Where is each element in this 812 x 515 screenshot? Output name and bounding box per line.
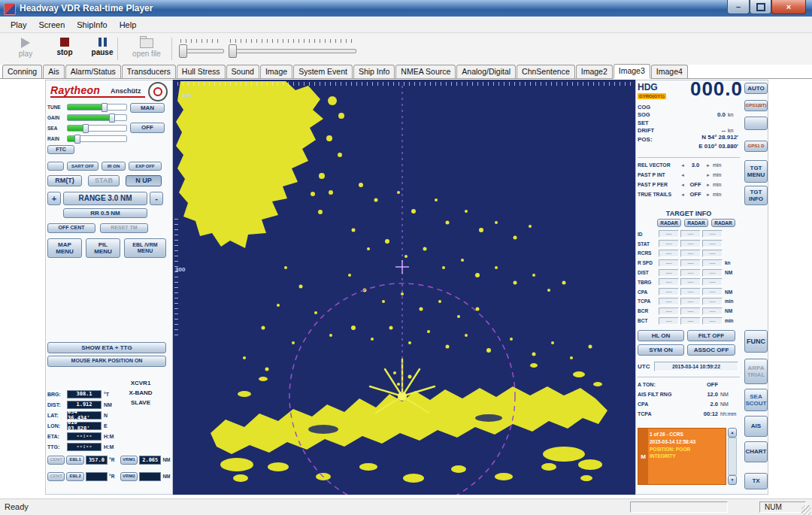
tab-ais[interactable]: Ais (43, 65, 65, 78)
tab-chnsentence[interactable]: ChnSentence (517, 65, 575, 78)
stop-button[interactable]: stop (47, 36, 83, 62)
pil-menu-button[interactable]: PIL MENU (86, 238, 120, 258)
spinner-left-icon[interactable]: ◄ (680, 183, 686, 187)
assoc-off-button[interactable]: ASSOC OFF (687, 344, 735, 356)
ftc-button[interactable]: FTC (47, 145, 74, 154)
func-button[interactable]: FUNC (744, 330, 768, 353)
stab-button[interactable]: STAB (88, 175, 120, 186)
menu-help[interactable]: Help (114, 19, 143, 31)
spinner-left-icon[interactable]: ◄ (680, 173, 686, 177)
cent-button[interactable]: CENT (47, 472, 65, 481)
playback-position-slider[interactable] (229, 39, 356, 60)
gps1-d-button[interactable]: GPS1 D (744, 141, 768, 152)
close-button[interactable]: × (771, 0, 806, 14)
open-file-button[interactable]: open file (126, 36, 167, 62)
chart-button[interactable]: CHART (744, 441, 768, 462)
spinner-right-icon[interactable]: ► (705, 183, 711, 187)
filt-off-button[interactable]: FILT OFF (687, 330, 735, 341)
tab-hull-stress[interactable]: Hull Stress (177, 65, 226, 78)
tx-button[interactable]: TX (744, 473, 768, 489)
range-plus-button[interactable]: + (47, 192, 61, 205)
gain-slider[interactable] (67, 114, 127, 121)
ais-button[interactable]: AIS (744, 416, 768, 437)
tab-nmea-source[interactable]: NMEA Source (395, 65, 456, 78)
range-rings-button[interactable]: RR 0.5 NM (63, 208, 147, 218)
unlabeled-button[interactable] (47, 162, 64, 171)
map-menu-button[interactable]: MAP MENU (47, 238, 82, 258)
unlabeled-source-button[interactable] (744, 117, 768, 130)
alarm-message-item[interactable]: M 1 of 26 - CCRS 2015-03-14 12:58:43 POS… (638, 428, 726, 485)
ir-on-button[interactable]: IR ON (102, 162, 126, 171)
cent-button[interactable]: CENT (47, 456, 65, 465)
ebl2-button[interactable]: EBL2 (66, 472, 83, 481)
reset-tm-button[interactable]: RESET TM (100, 223, 148, 233)
gps1-bt-button[interactable]: GPS1(BT) (744, 100, 768, 111)
mouse-park-button[interactable]: MOUSE PARK POSITION ON (47, 356, 166, 367)
tab-system-event[interactable]: System Event (293, 65, 353, 78)
target-info-unit: min (724, 298, 734, 304)
target-info-cell: ---- (702, 259, 723, 267)
resize-grip-icon[interactable] (801, 505, 811, 515)
sea-slider[interactable] (67, 125, 127, 132)
tab-image2[interactable]: Image2 (576, 65, 613, 78)
tgt-info-button[interactable]: TGT INFO (744, 186, 768, 205)
spinner-right-icon[interactable]: ► (705, 173, 711, 177)
spinner-left-icon[interactable]: ◄ (680, 163, 686, 168)
hl-on-button[interactable]: HL ON (638, 330, 684, 341)
sea-scout-button[interactable]: SEA SCOUT (744, 389, 768, 411)
tab-image4[interactable]: Image4 (651, 65, 688, 78)
vrm1-button[interactable]: VRM1 (120, 456, 138, 465)
ais-setting-row: AIS FILT RNG12.0NM (638, 389, 740, 399)
radar-source-button[interactable]: RADAR (711, 219, 735, 227)
tune-slider[interactable] (67, 104, 127, 111)
slider-thumb[interactable] (179, 44, 187, 58)
vrm2-button[interactable]: VRM2 (120, 472, 138, 481)
radar-source-button[interactable]: RADAR (684, 219, 708, 227)
sart-off-button[interactable]: SART OFF (67, 162, 98, 171)
range-button[interactable]: RANGE 3.0 NM (63, 192, 147, 205)
tab-ship-info[interactable]: Ship Info (353, 65, 395, 78)
minimize-button[interactable]: – (727, 0, 750, 14)
slider-track[interactable] (229, 49, 356, 53)
tab-alarm-status[interactable]: Alarm/Status (65, 65, 121, 78)
tab-image[interactable]: Image (260, 65, 292, 78)
menu-screen[interactable]: Screen (32, 19, 71, 31)
rain-slider[interactable] (67, 135, 127, 142)
play-button[interactable]: play (8, 36, 44, 62)
tab-conning[interactable]: Conning (2, 65, 42, 78)
exp-off-button[interactable]: EXP OFF (129, 162, 162, 171)
off-cent-button[interactable]: OFF CENT (47, 223, 95, 233)
tab-image3[interactable]: Image3 (614, 64, 650, 78)
maximize-button[interactable] (750, 0, 771, 14)
app-icon (4, 3, 16, 15)
alarm-scroll-track[interactable] (728, 438, 737, 475)
alarm-scroll-up-icon[interactable]: ▲ (728, 428, 737, 438)
spinner-right-icon[interactable]: ► (705, 163, 711, 168)
rm-t-button[interactable]: RM(T) (47, 175, 82, 186)
range-minus-button[interactable]: - (150, 192, 163, 205)
tab-transducers[interactable]: Transducers (122, 65, 176, 78)
n-up-button[interactable]: N UP (126, 175, 162, 186)
auto-button[interactable]: AUTO (744, 83, 768, 94)
tab-sound[interactable]: Sound (226, 65, 259, 78)
playback-speed-slider[interactable] (179, 39, 224, 60)
tgt-menu-button[interactable]: TGT MENU (744, 160, 768, 183)
vector-row-rel-vector: REL VECTOR◄3.0►min (638, 160, 740, 170)
arpa-trial-button[interactable]: ARPA TRIAL (744, 359, 768, 384)
slider-thumb[interactable] (229, 44, 237, 58)
spinner-right-icon[interactable]: ► (705, 192, 711, 197)
man-button[interactable]: MAN (130, 103, 165, 113)
menu-shipinfo[interactable]: ShipInfo (71, 19, 113, 31)
radar-ppi-display[interactable]: 330 300 (173, 80, 635, 495)
sym-on-button[interactable]: SYM ON (638, 344, 684, 356)
pause-button[interactable]: pause (84, 36, 120, 62)
spinner-left-icon[interactable]: ◄ (680, 192, 686, 197)
menu-play[interactable]: Play (5, 19, 32, 31)
tab-analog-digital[interactable]: Analog/Digital (456, 65, 516, 78)
ebl-vrm-menu-button[interactable]: EBL /VRM MENU (124, 238, 166, 258)
radar-source-button[interactable]: RADAR (657, 219, 681, 227)
show-eta-ttg-button[interactable]: SHOW ETA + TTG (47, 342, 166, 353)
off-button[interactable]: OFF (130, 123, 165, 133)
ebl1-button[interactable]: EBL1 (66, 456, 83, 465)
alarm-scroll-down-icon[interactable]: ▼ (728, 475, 737, 485)
